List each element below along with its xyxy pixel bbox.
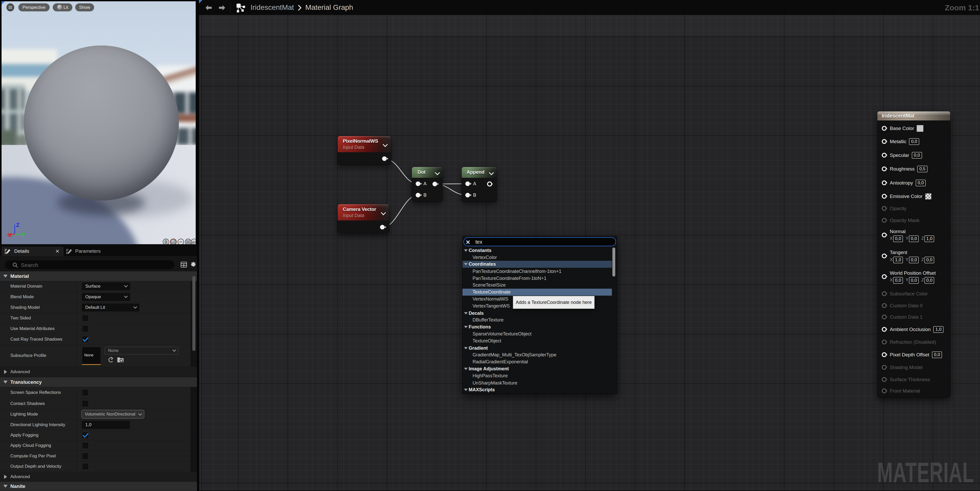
svg-text:X: X bbox=[8, 232, 12, 238]
svg-text:Z: Z bbox=[16, 222, 19, 228]
svg-text:Y: Y bbox=[21, 232, 25, 238]
